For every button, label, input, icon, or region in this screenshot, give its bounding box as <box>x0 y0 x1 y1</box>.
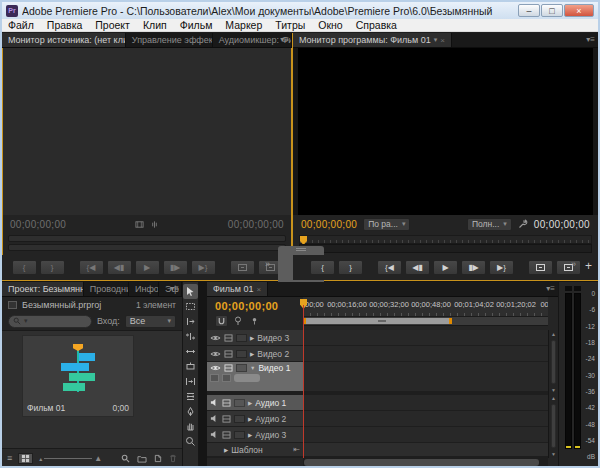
marker-button[interactable] <box>248 315 260 327</box>
track-lane-audio-1[interactable] <box>303 395 548 410</box>
close-icon[interactable]: × <box>257 285 262 294</box>
settings-wrench-icon[interactable] <box>518 219 528 229</box>
track-name[interactable]: Аудио 3 <box>255 430 286 440</box>
work-area-bar[interactable] <box>303 318 452 324</box>
program-time-ruler[interactable] <box>299 235 592 244</box>
step-back-button[interactable]: ◀▮ <box>405 260 430 275</box>
scroll-up-icon[interactable]: ▲ <box>549 330 558 338</box>
program-timecode-current[interactable]: 00;00;00;00 <box>301 219 357 230</box>
track-header-video-3[interactable]: ▶ Видео 3 <box>207 330 303 345</box>
menu-item-edit[interactable]: Правка <box>47 19 82 31</box>
tool-hand[interactable] <box>183 419 198 434</box>
search-input[interactable]: ▾ <box>8 315 92 328</box>
sync-lock-icon[interactable] <box>222 431 231 439</box>
tool-zoom[interactable] <box>183 434 198 449</box>
tab-info[interactable]: Инфо <box>129 282 159 296</box>
mark-out-button[interactable]: } <box>40 260 65 275</box>
track-header-video-2[interactable]: ▶ Видео 2 <box>207 346 303 361</box>
scroll-down-icon[interactable]: ▼ <box>549 386 558 394</box>
program-viewer[interactable] <box>293 48 598 215</box>
show-keyframes-button[interactable] <box>222 374 231 382</box>
eye-icon[interactable] <box>210 364 221 372</box>
project-items-area[interactable]: Фильм 01 0;00 <box>2 330 182 449</box>
track-lock-box[interactable] <box>236 334 247 342</box>
collapse-arrow-icon[interactable]: ▶ <box>248 416 252 422</box>
track-header-video-1[interactable]: ▼ Видео 1 <box>207 362 303 391</box>
fit-dropdown[interactable]: По ра... ▾ <box>363 218 410 231</box>
clear-button[interactable] <box>169 454 177 463</box>
close-button[interactable]: × <box>564 4 594 17</box>
source-timecode-current[interactable]: 00;00;00;00 <box>10 219 66 230</box>
eye-icon[interactable] <box>210 334 221 342</box>
tool-pen[interactable] <box>183 404 198 419</box>
eye-icon[interactable] <box>210 350 221 358</box>
insert-button[interactable] <box>230 260 255 275</box>
menu-item-help[interactable]: Справка <box>356 19 397 31</box>
tab-source-monitor[interactable]: Монитор источника: (нет клипов) ▾ × <box>2 33 126 47</box>
step-forward-button[interactable]: ▮▶ <box>461 260 486 275</box>
menu-item-window[interactable]: Окно <box>318 19 342 31</box>
scroll-down-icon[interactable]: ▼ <box>549 450 558 458</box>
chevron-down-icon[interactable]: ▾ <box>434 36 438 44</box>
panel-menu-icon[interactable]: ▾≡ <box>546 284 555 293</box>
close-icon[interactable]: × <box>440 36 445 45</box>
track-header-audio-2[interactable]: ▶ Аудио 2 <box>207 411 303 426</box>
tab-media-browser[interactable]: Проводник <box>84 282 129 296</box>
panel-menu-icon[interactable]: ▾≡ <box>280 35 289 44</box>
maximize-button[interactable]: □ <box>541 4 563 17</box>
track-name[interactable]: Видео 2 <box>257 349 289 359</box>
program-scrollbar[interactable] <box>299 244 592 253</box>
transport-overflow-icon[interactable]: » <box>265 259 270 269</box>
snap-toggle[interactable] <box>215 315 228 327</box>
drag-audio-icon[interactable] <box>150 220 159 229</box>
play-button[interactable]: ▶ <box>433 260 458 275</box>
collapse-arrow-icon[interactable]: ▶ <box>248 432 252 438</box>
play-button[interactable]: ▶ <box>135 260 160 275</box>
collapse-arrow-icon[interactable]: ▶ <box>250 335 254 341</box>
source-scrollbar[interactable] <box>8 244 286 251</box>
track-header-master[interactable]: ▶ Шаблон ⇤ <box>207 443 303 456</box>
track-name[interactable]: Видео 1 <box>258 363 290 373</box>
go-to-out-button[interactable]: ▶} <box>191 260 216 275</box>
track-options-box[interactable] <box>234 374 260 382</box>
button-editor-icon[interactable]: + <box>585 259 592 273</box>
find-button[interactable] <box>121 454 130 463</box>
mark-in-button[interactable]: { <box>12 260 37 275</box>
audio-scrollbar-thumb[interactable] <box>551 404 556 448</box>
menu-item-project[interactable]: Проект <box>95 19 130 31</box>
extract-button[interactable] <box>556 260 581 275</box>
track-lane-video-1[interactable] <box>303 362 548 391</box>
tool-slip[interactable] <box>183 374 198 389</box>
speaker-icon[interactable] <box>210 430 219 439</box>
scroll-up-icon[interactable]: ▲ <box>549 394 558 402</box>
track-header-audio-3[interactable]: ▶ Аудио 3 <box>207 427 303 442</box>
sequence-name[interactable]: Фильм 01 <box>27 403 65 413</box>
tool-slide[interactable] <box>183 389 198 404</box>
track-name[interactable]: Аудио 1 <box>255 398 286 408</box>
timeline-ruler[interactable]: 00;00 00;00;16;00 00;00;32;00 00;00;48;0… <box>303 297 548 317</box>
track-lock-box[interactable] <box>236 350 247 358</box>
tool-track-select[interactable] <box>183 299 198 314</box>
collapse-arrow-icon[interactable]: ▼ <box>250 365 255 371</box>
menu-item-marker[interactable]: Маркер <box>225 19 262 31</box>
tool-selection[interactable] <box>183 284 198 299</box>
minimize-button[interactable]: – <box>518 4 540 17</box>
tool-rate-stretch[interactable] <box>183 344 198 359</box>
new-bin-button[interactable] <box>137 454 147 463</box>
sync-lock-icon[interactable] <box>222 415 231 423</box>
menu-item-sequence[interactable]: Фильм <box>180 19 213 31</box>
tool-ripple-edit[interactable] <box>183 314 198 329</box>
transport-overflow-icon[interactable]: » <box>571 259 576 269</box>
track-lane-video-2[interactable] <box>303 346 548 361</box>
icon-view-button[interactable] <box>18 453 33 464</box>
lift-button[interactable] <box>528 260 553 275</box>
menu-item-file[interactable]: Файл <box>8 19 34 31</box>
timeline-timecode[interactable]: 00;00;00;00 <box>207 297 303 312</box>
speaker-icon[interactable] <box>210 398 219 407</box>
track-name[interactable]: Видео 3 <box>257 333 289 343</box>
source-viewer[interactable] <box>2 48 292 215</box>
timeline-horizontal-scrollbar[interactable] <box>303 458 548 467</box>
track-header-audio-1[interactable]: ▶ Аудио 1 <box>207 395 303 410</box>
new-item-button[interactable] <box>154 454 162 463</box>
zoom-slider[interactable]: ▴ ▲ <box>39 454 102 463</box>
